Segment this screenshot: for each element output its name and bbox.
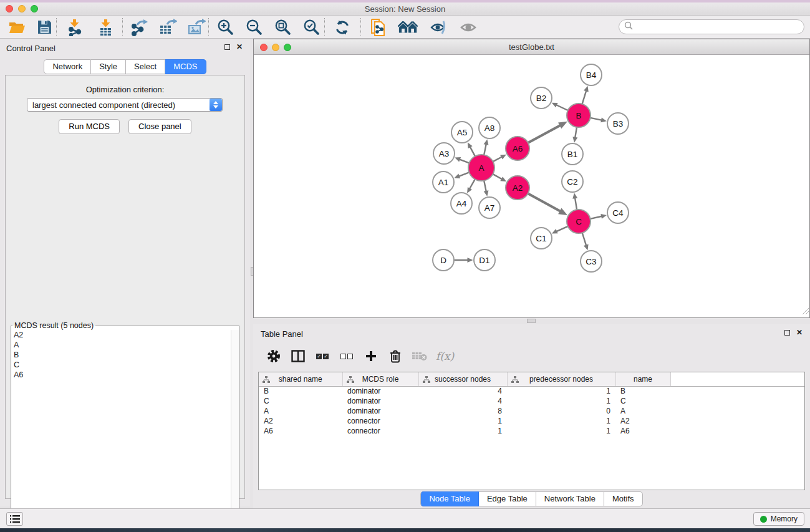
column-header-predecessor-nodes[interactable]: predecessor nodes: [507, 372, 615, 386]
graph-edge-B-B2[interactable]: [556, 105, 568, 110]
graph-node-C2[interactable]: C2: [562, 171, 583, 192]
graph-node-B[interactable]: B: [567, 104, 591, 127]
graph-node-A4[interactable]: A4: [451, 193, 472, 214]
close-panel-button[interactable]: Close panel: [128, 119, 191, 134]
column-header-shared-name[interactable]: shared name: [259, 372, 342, 386]
add-icon[interactable]: [363, 347, 379, 365]
float-panel-icon[interactable]: [784, 330, 790, 336]
graph-node-A7[interactable]: A7: [479, 197, 500, 218]
zoom-in-icon[interactable]: [215, 18, 236, 37]
task-history-button[interactable]: [6, 512, 23, 526]
table-row[interactable]: A2connector11A2: [259, 416, 804, 426]
graph-node-C4[interactable]: C4: [607, 202, 629, 223]
graph-edge-C-C1[interactable]: [556, 226, 567, 232]
memory-button[interactable]: Memory: [753, 512, 804, 526]
graph-edge-A-A1[interactable]: [458, 172, 469, 177]
graph-node-A1[interactable]: A1: [433, 172, 454, 193]
export-table-icon[interactable]: [157, 18, 178, 37]
table-settings-gear-icon[interactable]: [266, 347, 282, 365]
graph-edge-A-A5[interactable]: [470, 146, 475, 156]
network-canvas[interactable]: B4B2BB3A8A5A6B1A3AA1C2A2A4A7C4CC1C3DD1: [254, 55, 809, 317]
table-row[interactable]: Cdominator41C: [259, 396, 804, 406]
refresh-icon[interactable]: [332, 18, 353, 37]
mcds-result-scrollbar[interactable]: [231, 330, 239, 532]
graph-edge-A-A6[interactable]: [493, 157, 503, 162]
select-all-rows-icon[interactable]: ✓✓: [314, 347, 330, 365]
close-panel-icon[interactable]: ✕: [236, 44, 243, 50]
table-row[interactable]: A6connector11A6: [259, 426, 804, 436]
graph-edge-B-B3[interactable]: [591, 118, 602, 120]
close-panel-icon[interactable]: ✕: [796, 329, 803, 336]
new-network-document-icon[interactable]: [368, 18, 389, 37]
zoom-selected-icon[interactable]: [301, 18, 322, 37]
graph-edge-C-C4[interactable]: [591, 216, 603, 219]
mcds-result-list[interactable]: A2ABCA6: [11, 330, 231, 532]
export-network-icon[interactable]: [128, 18, 150, 37]
graph-node-A3[interactable]: A3: [433, 143, 455, 164]
import-network-icon[interactable]: [64, 18, 85, 37]
tab-style[interactable]: Style: [91, 59, 126, 74]
graph-edge-A-A3[interactable]: [459, 159, 470, 163]
table-row[interactable]: Bdominator41B: [259, 386, 804, 396]
graph-edge-C-C3[interactable]: [582, 233, 587, 246]
graph-node-D1[interactable]: D1: [474, 249, 495, 271]
horizontal-split-divider[interactable]: [253, 318, 810, 324]
graph-node-C3[interactable]: C3: [581, 251, 602, 272]
graph-edge-A-A8[interactable]: [484, 143, 486, 155]
graph-edge-B-B4[interactable]: [582, 90, 587, 104]
import-table-icon[interactable]: [95, 18, 116, 37]
divider-thumb[interactable]: [527, 319, 536, 323]
graph-edge-A-A7[interactable]: [484, 181, 486, 192]
tab-motifs[interactable]: Motifs: [604, 491, 643, 506]
tab-select[interactable]: Select: [126, 59, 165, 74]
graph-node-B3[interactable]: B3: [607, 113, 629, 134]
first-neighbors-icon[interactable]: [398, 18, 419, 37]
graph-edge-C-C2[interactable]: [575, 197, 577, 210]
zoom-out-icon[interactable]: [243, 18, 264, 37]
show-graphics-details-icon[interactable]: [458, 18, 479, 37]
graph-edge-A-A2[interactable]: [493, 174, 503, 180]
mcds-result-item[interactable]: A2: [11, 330, 231, 340]
zoom-fit-icon[interactable]: [272, 18, 293, 37]
graph-edge-A6-B[interactable]: [528, 125, 561, 143]
graph-edge-A-A4[interactable]: [469, 179, 475, 189]
column-header-name[interactable]: name: [615, 372, 670, 386]
graph-node-A[interactable]: A: [468, 155, 494, 181]
graph-node-D[interactable]: D: [433, 249, 454, 271]
run-mcds-button[interactable]: Run MCDS: [59, 119, 120, 134]
graph-node-A6[interactable]: A6: [506, 137, 529, 160]
criterion-dropdown[interactable]: largest connected component (directed): [27, 98, 223, 112]
tab-mcds[interactable]: MCDS: [165, 59, 206, 74]
graph-edge-B-B1[interactable]: [575, 127, 577, 138]
delete-trash-icon[interactable]: [387, 347, 403, 365]
node-table[interactable]: shared nameMCDS rolesuccessor nodesprede…: [258, 372, 805, 490]
graph-node-B1[interactable]: B1: [562, 143, 583, 165]
mcds-result-item[interactable]: A6: [11, 370, 231, 380]
open-session-icon[interactable]: [6, 18, 27, 37]
show-column-icon[interactable]: [290, 347, 306, 365]
resize-grip-icon[interactable]: [801, 306, 809, 317]
tab-edge-table[interactable]: Edge Table: [479, 491, 536, 506]
float-panel-icon[interactable]: [224, 44, 230, 50]
tab-network[interactable]: Network: [44, 59, 91, 74]
graph-node-A2[interactable]: A2: [506, 176, 529, 200]
graph-node-B2[interactable]: B2: [531, 87, 552, 109]
save-session-icon[interactable]: [34, 18, 55, 37]
column-header-mcds-role[interactable]: MCDS role: [342, 372, 418, 386]
mcds-result-item[interactable]: B: [11, 350, 231, 360]
graph-node-C1[interactable]: C1: [531, 228, 552, 249]
graph-edge-A2-C[interactable]: [528, 193, 561, 211]
hide-graphics-details-icon[interactable]: [428, 18, 449, 37]
column-header-successor-nodes[interactable]: successor nodes: [418, 372, 507, 386]
table-row[interactable]: Adominator80A: [259, 406, 804, 416]
tab-network-table[interactable]: Network Table: [536, 491, 604, 506]
mcds-result-item[interactable]: C: [11, 360, 231, 370]
search-field[interactable]: [619, 19, 804, 34]
delete-table-icon[interactable]: [412, 347, 428, 365]
network-window-titlebar[interactable]: testGlobe.txt: [254, 39, 809, 55]
mcds-result-item[interactable]: A: [11, 340, 231, 350]
network-graph[interactable]: B4B2BB3A8A5A6B1A3AA1C2A2A4A7C4CC1C3DD1: [254, 55, 809, 317]
graph-node-C[interactable]: C: [567, 210, 591, 233]
graph-node-B4[interactable]: B4: [581, 64, 602, 85]
graph-node-A8[interactable]: A8: [479, 117, 500, 138]
